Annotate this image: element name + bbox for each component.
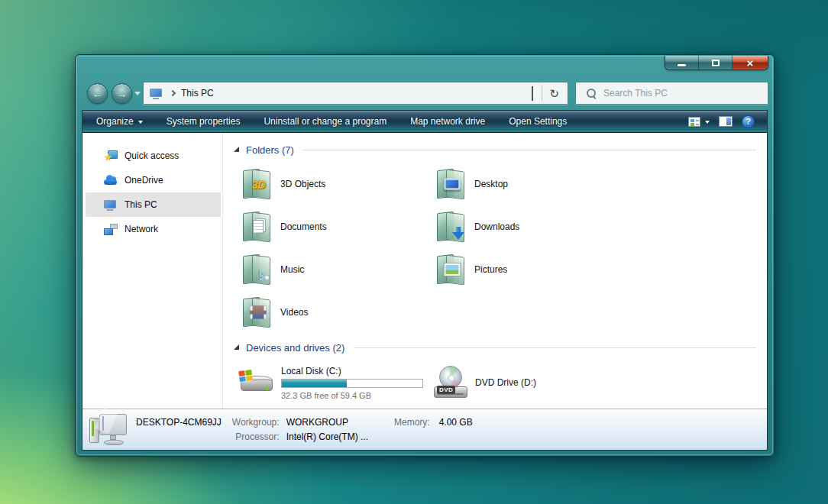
folder-item-pictures[interactable]: Pictures — [434, 248, 628, 291]
close-icon: × — [747, 57, 754, 69]
drive-item-dvd[interactable]: DVD DVD Drive (D:) — [432, 364, 661, 400]
search-icon — [587, 89, 597, 99]
file-list: Folders (7) 3D 3D Objects Desktop — [222, 133, 767, 409]
search-input[interactable] — [603, 88, 762, 99]
dvd-drive-icon: DVD — [432, 365, 469, 400]
disk-capacity-bar — [281, 379, 423, 388]
window-controls: × — [665, 56, 768, 70]
refresh-button[interactable]: ↻ — [544, 88, 564, 99]
arrow-left-icon: ← — [92, 88, 103, 100]
folder-videos-icon — [240, 296, 273, 329]
minimize-button[interactable] — [665, 56, 699, 69]
client-area: Organize System properties Uninstall or … — [82, 110, 768, 451]
folder-item-videos[interactable]: Videos — [240, 291, 434, 334]
folders-grid: 3D 3D Objects Desktop Documents — [240, 163, 759, 334]
breadcrumb-this-pc[interactable]: This PC — [181, 88, 214, 99]
sidebar-item-this-pc[interactable]: This PC — [86, 192, 221, 217]
address-bar[interactable]: This PC ↻ — [143, 82, 568, 105]
maximize-icon — [712, 60, 720, 66]
folder-item-desktop[interactable]: Desktop — [434, 163, 628, 205]
folder-downloads-icon — [434, 211, 467, 244]
toolbar-right-group: ? — [688, 115, 767, 128]
group-header-folders[interactable]: Folders (7) — [229, 142, 759, 157]
address-dropdown-button[interactable] — [525, 83, 540, 103]
drive-item-local-disk[interactable]: Local Disk (C:) 32.3 GB free of 59.4 GB — [238, 364, 432, 400]
uninstall-program-button[interactable]: Uninstall or change a program — [264, 116, 387, 127]
onedrive-icon — [104, 175, 118, 186]
folder-pictures-icon — [434, 254, 467, 286]
folder-item-documents[interactable]: Documents — [240, 205, 434, 248]
preview-pane-button[interactable] — [719, 116, 733, 127]
system-properties-button[interactable]: System properties — [167, 116, 241, 127]
this-pc-icon — [150, 88, 163, 99]
dropdown-caret-icon — [705, 121, 710, 124]
folder-item-music[interactable]: Music — [240, 248, 434, 291]
sidebar-item-quick-access[interactable]: Quick access — [86, 144, 221, 168]
minimize-icon — [678, 64, 686, 66]
open-settings-button[interactable]: Open Settings — [509, 116, 567, 127]
folder-3d-objects-icon: 3D — [240, 168, 273, 201]
collapse-triangle-icon — [234, 147, 239, 152]
back-button[interactable]: ← — [87, 83, 108, 104]
explorer-window: × ← → This PC ↻ Organize — [75, 54, 775, 457]
disk-capacity-fill — [282, 380, 347, 387]
dropdown-caret-icon — [138, 121, 143, 124]
navigation-pane: Quick access OneDrive This PC Network — [82, 133, 222, 409]
command-bar: Organize System properties Uninstall or … — [82, 111, 767, 133]
folder-item-3d-objects[interactable]: 3D 3D Objects — [240, 163, 434, 205]
folder-documents-icon — [240, 211, 273, 244]
maximize-button[interactable] — [699, 56, 733, 69]
folder-music-icon — [240, 254, 273, 286]
folder-item-downloads[interactable]: Downloads — [434, 205, 628, 248]
computer-name: DESKTOP-4CM69JJ — [136, 417, 222, 428]
computer-icon — [88, 414, 129, 449]
details-fields: Workgroup: WORKGROUP Processor: Intel(R)… — [232, 417, 368, 442]
arrow-right-icon: → — [117, 88, 128, 100]
this-pc-icon — [104, 199, 118, 211]
quick-access-icon — [104, 150, 118, 162]
memory-field: Memory: 4.00 GB — [394, 417, 473, 428]
divider — [303, 150, 756, 150]
desktop-wallpaper: × ← → This PC ↻ Organize — [0, 0, 828, 504]
help-button[interactable]: ? — [742, 115, 755, 128]
collapse-triangle-icon — [234, 344, 239, 350]
sidebar-item-network[interactable]: Network — [86, 217, 221, 241]
breadcrumb-chevron-icon[interactable] — [170, 90, 176, 96]
drives-grid: Local Disk (C:) 32.3 GB free of 59.4 GB … — [238, 364, 759, 400]
sidebar-item-onedrive[interactable]: OneDrive — [86, 168, 221, 192]
details-pane: DESKTOP-4CM69JJ Workgroup: WORKGROUP Pro… — [82, 409, 767, 450]
recent-pages-dropdown-icon[interactable] — [134, 92, 141, 95]
forward-button[interactable]: → — [112, 83, 132, 104]
close-button[interactable]: × — [733, 56, 768, 69]
change-view-button[interactable] — [688, 117, 710, 127]
disk-free-space-text: 32.3 GB free of 59.4 GB — [281, 391, 423, 400]
chevron-down-icon — [532, 86, 533, 101]
map-network-drive-button[interactable]: Map network drive — [410, 116, 485, 127]
organize-button[interactable]: Organize — [96, 116, 143, 127]
group-header-devices[interactable]: Devices and drives (2) — [229, 340, 759, 355]
network-icon — [104, 224, 118, 235]
divider — [542, 85, 542, 102]
views-icon — [688, 117, 700, 127]
hard-drive-icon — [238, 370, 275, 399]
search-box[interactable] — [575, 82, 768, 105]
folder-desktop-icon — [434, 168, 467, 201]
divider — [354, 347, 756, 348]
explorer-body: Quick access OneDrive This PC Network — [82, 133, 767, 409]
